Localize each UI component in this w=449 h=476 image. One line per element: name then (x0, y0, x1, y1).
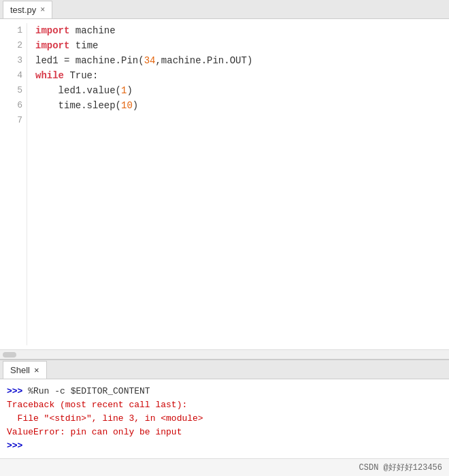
editor-tab-bar: test.py × (0, 0, 449, 19)
editor-tab-label: test.py (10, 5, 36, 15)
code-text: ,machine.Pin.OUT) (155, 55, 252, 66)
shell-tab[interactable]: Shell × (3, 361, 47, 379)
number-34: 34 (144, 55, 156, 66)
code-line-7 (35, 113, 441, 128)
code-text: True: (64, 70, 98, 81)
line-num-7: 7 (4, 113, 22, 128)
shell-empty-prompt: >>> (7, 439, 442, 453)
line-num-2: 2 (4, 38, 22, 53)
keyword-while: while (35, 70, 64, 81)
scrollbar-thumb[interactable] (3, 352, 16, 358)
code-text: ) (133, 100, 138, 111)
code-text: time.sleep( (35, 100, 121, 111)
code-line-5: led1.value(1) (35, 83, 441, 98)
code-line-3: led1 = machine.Pin(34,machine.Pin.OUT) (35, 53, 441, 68)
shell-command: %Run -c $EDITOR_CONTENT (28, 386, 150, 396)
code-lines[interactable]: import machine import time led1 = machin… (27, 23, 449, 345)
code-text: time (69, 40, 98, 51)
code-content: 1 2 3 4 5 6 7 import machine import time… (0, 19, 449, 349)
shell-error: ValueError: pin can only be input (7, 426, 442, 439)
keyword-import-1: import (35, 25, 69, 36)
keyword-import-2: import (35, 40, 69, 51)
shell-traceback-2: File "<stdin>", line 3, in <module> (7, 412, 442, 426)
shell-footer: CSDN @好好好123456 (0, 458, 449, 476)
shell-tab-close[interactable]: × (34, 365, 39, 375)
line-num-3: 3 (4, 53, 22, 68)
editor-scrollbar[interactable] (0, 349, 449, 359)
code-text: machine (69, 25, 115, 36)
shell-panel: Shell × >>> %Run -c $EDITOR_CONTENT Trac… (0, 359, 449, 476)
line-num-5: 5 (4, 83, 22, 98)
code-text: ) (127, 85, 132, 96)
code-line-1: import machine (35, 23, 441, 38)
main-container: test.py × 1 2 3 4 5 6 7 import machine i… (0, 0, 449, 476)
shell-traceback-1: Traceback (most recent call last): (7, 398, 442, 412)
shell-content[interactable]: >>> %Run -c $EDITOR_CONTENT Traceback (m… (0, 379, 449, 458)
editor-tab-close[interactable]: × (40, 5, 45, 14)
code-line-4: while True: (35, 68, 441, 83)
code-line-2: import time (35, 38, 441, 53)
shell-tab-label: Shell (10, 365, 30, 375)
line-numbers: 1 2 3 4 5 6 7 (0, 23, 27, 345)
shell-run-line: >>> %Run -c $EDITOR_CONTENT (7, 385, 442, 398)
code-text: led1.value( (35, 85, 121, 96)
line-num-6: 6 (4, 98, 22, 113)
code-text: led1 = machine.Pin( (35, 55, 144, 66)
editor-tab[interactable]: test.py × (3, 1, 52, 18)
code-line-6: time.sleep(10) (35, 98, 441, 113)
line-num-1: 1 (4, 23, 22, 38)
number-10: 10 (121, 100, 133, 111)
footer-brand: CSDN @好好好123456 (359, 462, 442, 473)
shell-prompt-prefix: >>> (7, 386, 28, 396)
line-num-4: 4 (4, 68, 22, 83)
shell-tab-bar: Shell × (0, 360, 449, 379)
editor-area: 1 2 3 4 5 6 7 import machine import time… (0, 19, 449, 359)
